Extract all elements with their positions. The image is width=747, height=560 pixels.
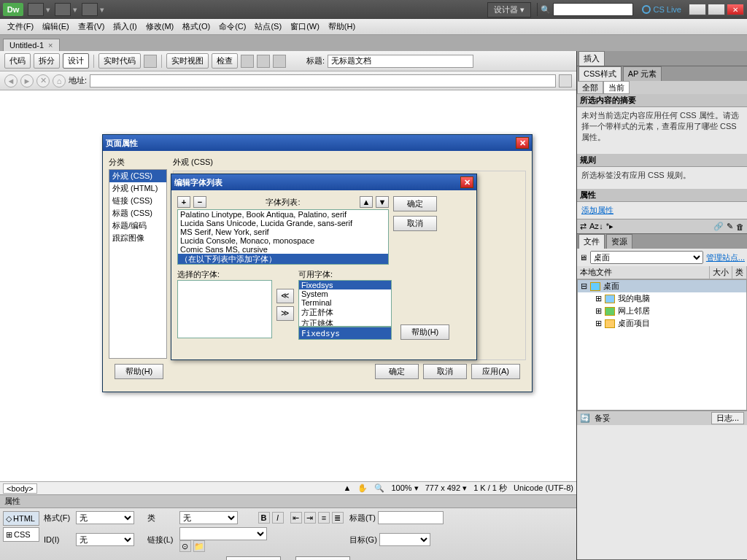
tree-item-desktopitems[interactable]: ⊞ 桌面项目	[578, 317, 746, 330]
minimize-button[interactable]: ─	[689, 4, 706, 15]
add-property-link[interactable]: 添加属性	[581, 206, 614, 214]
fontlist-item-add[interactable]: （在以下列表中添加字体）	[178, 254, 388, 265]
close-button[interactable]: ✕	[727, 4, 744, 15]
ol-icon[interactable]: ≣	[332, 512, 344, 524]
tree-item-desktop[interactable]: ⊟ 桌面	[578, 280, 746, 292]
remove-font-arrow[interactable]: ≫	[276, 306, 294, 321]
pp-ok-button[interactable]: 确定	[375, 364, 419, 379]
tab-css-styles[interactable]: CSS样式	[578, 66, 622, 81]
tab-ap-elements[interactable]: AP 元素	[623, 66, 662, 81]
nav-back-icon[interactable]: ◄	[4, 74, 18, 88]
add-fontlist-button[interactable]: +	[177, 196, 190, 208]
fontlist-item[interactable]: Lucida Sans Unicode, Lucida Grande, sans…	[178, 219, 388, 228]
selected-font-input[interactable]	[298, 327, 392, 340]
fontlist-item[interactable]: MS Serif, New York, serif	[178, 228, 388, 236]
tab-insert[interactable]: 插入	[578, 51, 605, 66]
tab-files[interactable]: 文件	[578, 234, 605, 249]
css-az-icon[interactable]: Aᴢ↓	[589, 222, 603, 231]
nav-home-icon[interactable]: ⌂	[53, 74, 66, 88]
props-title-input[interactable]	[378, 511, 444, 524]
address-input[interactable]	[90, 74, 556, 88]
link-browse-icon[interactable]: 📁	[193, 540, 205, 552]
hand-tool-icon[interactable]: ✋	[357, 483, 368, 492]
pp-cancel-button[interactable]: 取消	[423, 364, 467, 379]
cat-tracing[interactable]: 跟踪图像	[109, 232, 166, 244]
menu-window[interactable]: 窗口(W)	[286, 21, 324, 32]
tag-body[interactable]: <body>	[3, 483, 37, 494]
nav-stop-icon[interactable]: ✕	[36, 74, 50, 88]
indent-icon[interactable]: ⇥	[304, 512, 316, 524]
remove-fontlist-button[interactable]: −	[193, 196, 206, 208]
selected-fonts-box[interactable]	[177, 280, 272, 338]
zoom-tool-icon[interactable]: 🔍	[374, 483, 384, 492]
add-font-arrow[interactable]: ≪	[276, 289, 294, 303]
target-select[interactable]	[379, 533, 430, 546]
tab-resources[interactable]: 资源	[606, 234, 632, 249]
dialog-close-icon[interactable]: ✕	[516, 137, 529, 149]
site-icon[interactable]	[82, 3, 98, 16]
ul-icon[interactable]: ≡	[318, 512, 330, 524]
css-new-icon[interactable]: ✎	[727, 222, 733, 231]
properties-header[interactable]: 属性	[0, 495, 576, 508]
fontlist-item[interactable]: Lucida Console, Monaco, monospace	[178, 236, 388, 245]
menu-commands[interactable]: 命令(C)	[214, 21, 250, 32]
category-list[interactable]: 外观 (CSS) 外观 (HTML) 链接 (CSS) 标题 (CSS) 标题/…	[109, 169, 167, 359]
view-split-button[interactable]: 拆分	[34, 53, 60, 69]
italic-icon[interactable]: I	[272, 512, 284, 524]
menu-help[interactable]: 帮助(H)	[324, 21, 360, 32]
menu-modify[interactable]: 修改(M)	[142, 21, 179, 32]
livecode-button[interactable]: 实时代码	[98, 53, 141, 69]
options-icon[interactable]	[273, 55, 286, 68]
menu-view[interactable]: 查看(V)	[74, 21, 109, 32]
format-select[interactable]: 无	[76, 511, 134, 524]
fontedit-close-icon[interactable]: ✕	[460, 176, 473, 188]
bold-icon[interactable]: B	[258, 512, 270, 524]
nav-fwd-icon[interactable]: ►	[20, 74, 34, 88]
available-font-item[interactable]: System	[299, 289, 391, 298]
fontlist-box[interactable]: Palatino Linotype, Book Antiqua, Palatin…	[177, 209, 389, 265]
move-down-button[interactable]: ▼	[376, 196, 389, 208]
inspect-icon[interactable]	[144, 55, 157, 68]
fontlist-item[interactable]: Comic Sans MS, cursive	[178, 245, 388, 254]
search-input[interactable]	[553, 3, 633, 16]
maximize-button[interactable]: ▭	[708, 4, 725, 15]
available-font-item[interactable]: 方正舒体	[299, 307, 391, 318]
move-up-button[interactable]: ▲	[360, 196, 373, 208]
class-select[interactable]: 无	[179, 511, 238, 524]
menu-file[interactable]: 文件(F)	[3, 21, 38, 32]
view-design-button[interactable]: 设计	[63, 53, 89, 69]
cat-title-encoding[interactable]: 标题/编码	[109, 219, 166, 232]
manage-sites-link[interactable]: 管理站点...	[706, 252, 745, 263]
refresh-icon[interactable]	[257, 55, 270, 68]
css-set-icon[interactable]: *▸	[606, 222, 614, 231]
link-select[interactable]	[179, 527, 267, 540]
fontedit-help-button[interactable]: 帮助(H)	[400, 324, 449, 340]
inspect-button[interactable]: 检查	[212, 53, 238, 69]
menu-edit[interactable]: 编辑(E)	[38, 21, 74, 32]
available-fonts-box[interactable]: Fixedsys System Terminal 方正舒体 方正姚体	[298, 280, 392, 327]
cat-appearance-html[interactable]: 外观 (HTML)	[109, 182, 166, 195]
tree-item-mycomputer[interactable]: ⊞ 我的电脑	[578, 292, 746, 305]
pp-help-button[interactable]: 帮助(H)	[115, 364, 163, 379]
tree-item-network[interactable]: ⊞ 网上邻居	[578, 305, 746, 317]
available-font-item[interactable]: 方正姚体	[299, 318, 391, 327]
cat-headings[interactable]: 标题 (CSS)	[109, 207, 166, 219]
fontlist-item[interactable]: Palatino Linotype, Book Antiqua, Palatin…	[178, 210, 388, 219]
menu-format[interactable]: 格式(O)	[178, 21, 214, 32]
link-point-icon[interactable]: ⊙	[179, 540, 191, 552]
cat-links[interactable]: 链接 (CSS)	[109, 195, 166, 207]
extensions-icon[interactable]	[55, 3, 71, 16]
log-button[interactable]: 日志...	[711, 412, 744, 424]
id-select[interactable]: 无	[76, 533, 134, 546]
menu-insert[interactable]: 插入(I)	[109, 21, 141, 32]
css-all-tab[interactable]: 全部	[577, 81, 603, 94]
css-cascade-icon[interactable]: ⇄	[580, 222, 587, 231]
available-font-item[interactable]: Terminal	[299, 298, 391, 307]
pointer-tool-icon[interactable]: ▲	[343, 483, 351, 492]
props-css-mode[interactable]: ⊞ CSS	[3, 527, 39, 542]
cslive-button[interactable]: CS Live	[642, 5, 681, 14]
address-go-icon[interactable]	[559, 74, 572, 88]
workspace-switcher[interactable]: 设计器 ▾	[487, 2, 531, 18]
pageprops-button[interactable]: 页面属性...	[226, 556, 281, 560]
layout-menu-icon[interactable]	[28, 3, 44, 16]
